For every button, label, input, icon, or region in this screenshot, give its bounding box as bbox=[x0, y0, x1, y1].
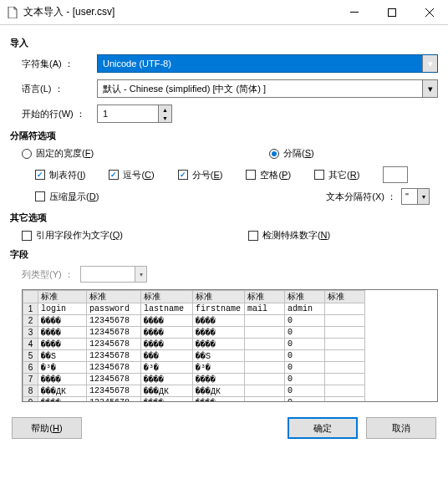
text-delimiter-combo[interactable]: " ▾ bbox=[401, 188, 430, 205]
check-quote-fields[interactable]: 引用字段作为文字(Q) bbox=[22, 229, 123, 242]
table-cell[interactable]: ���� bbox=[193, 327, 245, 339]
table-cell[interactable]: 12345678 bbox=[87, 339, 141, 350]
minimize-button[interactable] bbox=[335, 0, 373, 25]
table-cell[interactable]: ���� bbox=[193, 374, 245, 385]
language-combo[interactable]: 默认 - Chinese (simplified) [中文 (简体) ] ▾ bbox=[97, 79, 438, 98]
help-button[interactable]: 帮助(H) bbox=[12, 417, 82, 439]
table-cell[interactable]: 12345678 bbox=[87, 385, 141, 397]
spinner-buttons[interactable]: ▲▼ bbox=[158, 105, 171, 122]
table-column-header[interactable]: 标准 bbox=[193, 291, 245, 303]
table-cell[interactable]: ���ДК bbox=[193, 385, 245, 397]
table-cell[interactable]: ���ДК bbox=[38, 385, 87, 397]
table-column-header[interactable]: 标准 bbox=[87, 291, 141, 303]
table-cell[interactable] bbox=[325, 339, 365, 350]
table-cell[interactable] bbox=[325, 315, 365, 327]
table-cell[interactable] bbox=[245, 374, 285, 385]
table-cell[interactable]: ���� bbox=[193, 397, 245, 402]
table-cell[interactable]: ���� bbox=[193, 315, 245, 327]
table-cell[interactable]: admin bbox=[285, 303, 325, 315]
table-cell[interactable]: 0 bbox=[285, 327, 325, 339]
table-cell[interactable]: firstname bbox=[193, 303, 245, 315]
table-cell[interactable]: ��� bbox=[141, 350, 193, 362]
radio-separated[interactable]: 分隔(S) bbox=[269, 147, 314, 160]
table-cell[interactable]: 12345678 bbox=[87, 397, 141, 402]
table-cell[interactable]: 0 bbox=[285, 374, 325, 385]
table-cell[interactable]: �³� bbox=[38, 362, 87, 374]
check-semicolon-label: 分号(E) bbox=[192, 169, 223, 181]
table-cell[interactable]: 12345678 bbox=[87, 327, 141, 339]
table-cell[interactable]: 0 bbox=[285, 385, 325, 397]
table-cell[interactable]: ���� bbox=[38, 315, 87, 327]
table-cell[interactable]: ���� bbox=[38, 339, 87, 350]
check-compress[interactable]: 压缩显示(D) bbox=[35, 191, 99, 203]
table-column-header[interactable]: 标准 bbox=[141, 291, 193, 303]
table-cell[interactable] bbox=[245, 315, 285, 327]
radio-fixed-width[interactable]: 固定的宽度(F) bbox=[22, 147, 94, 160]
ok-button[interactable]: 确定 bbox=[288, 417, 358, 439]
other-separator-input[interactable] bbox=[383, 166, 408, 183]
table-cell[interactable]: password bbox=[87, 303, 141, 315]
check-semicolon[interactable]: 分号(E) bbox=[178, 169, 223, 181]
table-cell[interactable]: 12345678 bbox=[87, 315, 141, 327]
table-cell[interactable] bbox=[325, 350, 365, 362]
table-cell[interactable]: login bbox=[38, 303, 87, 315]
table-cell[interactable]: ���� bbox=[141, 315, 193, 327]
table-column-header[interactable]: 标准 bbox=[38, 291, 87, 303]
maximize-button[interactable] bbox=[373, 0, 410, 25]
table-cell[interactable]: 12345678 bbox=[87, 374, 141, 385]
table-column-header[interactable]: 标准 bbox=[325, 291, 365, 303]
cancel-button[interactable]: 取消 bbox=[366, 417, 436, 439]
table-cell[interactable]: lastname bbox=[141, 303, 193, 315]
table-cell[interactable] bbox=[245, 362, 285, 374]
table-cell[interactable]: ���� bbox=[141, 327, 193, 339]
check-tab[interactable]: 制表符(I) bbox=[35, 169, 85, 181]
table-cell[interactable]: ���� bbox=[38, 327, 87, 339]
table-cell[interactable]: ���� bbox=[141, 339, 193, 350]
table-cell[interactable]: ���� bbox=[141, 374, 193, 385]
table-cell[interactable]: 0 bbox=[285, 350, 325, 362]
table-cell[interactable]: �³� bbox=[141, 362, 193, 374]
start-row-spinner[interactable]: 1 ▲▼ bbox=[97, 104, 172, 123]
table-cell[interactable]: ���ДК bbox=[141, 385, 193, 397]
table-cell[interactable] bbox=[325, 362, 365, 374]
table-cell[interactable]: ���� bbox=[38, 397, 87, 402]
table-cell[interactable]: ���� bbox=[38, 374, 87, 385]
preview-table[interactable]: 标准标准标准标准标准标准标准1loginpasswordlastnamefirs… bbox=[22, 289, 438, 402]
check-comma[interactable]: 逗号(C) bbox=[109, 169, 154, 181]
table-cell[interactable]: �³� bbox=[193, 362, 245, 374]
table-cell[interactable]: 12345678 bbox=[87, 362, 141, 374]
table-cell[interactable] bbox=[245, 327, 285, 339]
table-cell[interactable] bbox=[325, 303, 365, 315]
table-cell[interactable]: ��S bbox=[193, 350, 245, 362]
spin-up-icon[interactable]: ▲ bbox=[159, 105, 171, 114]
table-cell[interactable] bbox=[325, 327, 365, 339]
table-cell[interactable]: ���� bbox=[193, 339, 245, 350]
table-column-header[interactable]: 标准 bbox=[285, 291, 325, 303]
table-cell[interactable]: 12345678 bbox=[87, 350, 141, 362]
close-button[interactable] bbox=[410, 0, 448, 25]
table-cell[interactable] bbox=[245, 385, 285, 397]
table-cell[interactable]: mail bbox=[245, 303, 285, 315]
column-type-combo[interactable]: ▾ bbox=[80, 266, 147, 283]
section-import: 导入 bbox=[10, 37, 438, 49]
spin-down-icon[interactable]: ▼ bbox=[159, 114, 171, 122]
table-cell[interactable] bbox=[325, 397, 365, 402]
check-detect-numbers[interactable]: 检测特殊数字(N) bbox=[248, 229, 330, 242]
table-cell[interactable]: 0 bbox=[285, 397, 325, 402]
check-other[interactable]: 其它(R) bbox=[314, 169, 359, 181]
table-column-header[interactable]: 标准 bbox=[245, 291, 285, 303]
table-cell[interactable]: 0 bbox=[285, 315, 325, 327]
table-cell[interactable]: ��S bbox=[38, 350, 87, 362]
table-cell[interactable]: ���� bbox=[141, 397, 193, 402]
table-cell[interactable] bbox=[245, 350, 285, 362]
table-cell[interactable] bbox=[325, 374, 365, 385]
check-space[interactable]: 空格(P) bbox=[246, 169, 291, 181]
table-cell[interactable] bbox=[325, 385, 365, 397]
table-cell[interactable] bbox=[245, 397, 285, 402]
charset-combo[interactable]: Unicode (UTF-8) ▾ bbox=[97, 54, 438, 73]
table-cell[interactable] bbox=[245, 339, 285, 350]
check-detect-numbers-label: 检测特殊数字(N) bbox=[262, 229, 330, 242]
table-cell[interactable]: 0 bbox=[285, 362, 325, 374]
table-cell[interactable]: 0 bbox=[285, 339, 325, 350]
section-other: 其它选项 bbox=[10, 211, 438, 224]
